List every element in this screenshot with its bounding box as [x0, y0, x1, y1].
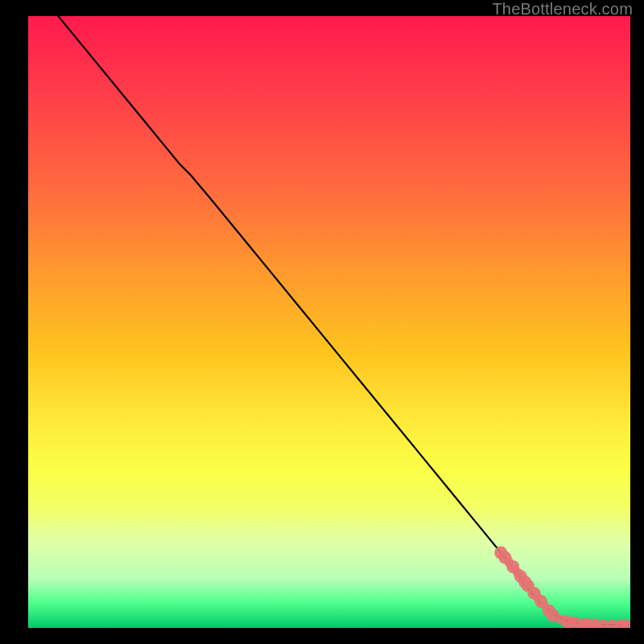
marker-series — [494, 547, 630, 628]
line-series — [58, 16, 630, 625]
chart-svg — [28, 16, 630, 628]
plot-area — [28, 16, 630, 628]
chart-frame: TheBottleneck.com — [0, 0, 644, 644]
